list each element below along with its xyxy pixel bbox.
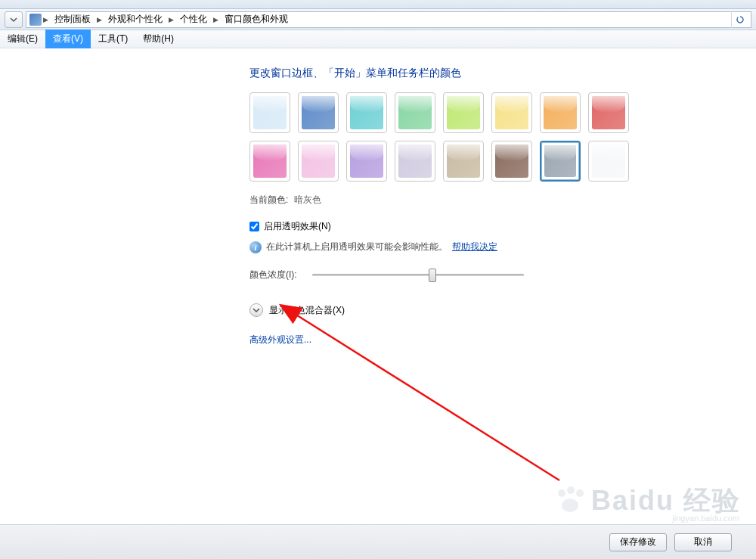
main-content: 更改窗口边框、「开始」菜单和任务栏的颜色 当前颜色: 暗灰色 启用透明效果(N)… [0, 48, 756, 510]
menu-tools[interactable]: 工具(T) [91, 30, 135, 48]
info-text: 在此计算机上启用透明效果可能会影响性能。 [266, 241, 448, 253]
footer: 保存修改 取消 [0, 524, 756, 559]
slider-track [312, 274, 524, 276]
swatch-brown[interactable] [491, 141, 532, 182]
swatch-pink[interactable] [298, 141, 339, 182]
current-color-row: 当前颜色: 暗灰色 [249, 194, 756, 207]
save-button[interactable]: 保存修改 [609, 533, 667, 551]
chevron-right-icon: ▶ [97, 16, 102, 23]
intensity-label: 颜色浓度(I): [249, 269, 297, 281]
nav-back-dropdown[interactable] [5, 11, 23, 28]
menu-edit[interactable]: 编辑(E) [0, 30, 45, 48]
swatch-purple[interactable] [346, 141, 387, 182]
transparency-row: 启用透明效果(N) [249, 220, 756, 233]
refresh-button[interactable] [731, 11, 748, 28]
swatch-orange[interactable] [540, 92, 581, 133]
transparency-label[interactable]: 启用透明效果(N) [264, 220, 331, 233]
intensity-row: 颜色浓度(I): [249, 267, 756, 282]
address-bar: ▶ 控制面板 ▶ 外观和个性化 ▶ 个性化 ▶ 窗口颜色和外观 [0, 9, 756, 30]
swatch-lime[interactable] [443, 92, 484, 133]
swatch-magenta[interactable] [249, 141, 290, 182]
help-me-decide-link[interactable]: 帮助我决定 [452, 241, 497, 253]
dropdown-icon [10, 16, 17, 23]
breadcrumb-item-control-panel[interactable]: 控制面板 [50, 13, 95, 26]
page-title: 更改窗口边框、「开始」菜单和任务栏的颜色 [249, 67, 756, 80]
breadcrumb: ▶ 控制面板 ▶ 外观和个性化 ▶ 个性化 ▶ 窗口颜色和外观 [26, 11, 751, 28]
swatch-blue[interactable] [298, 92, 339, 133]
titlebar-top [0, 0, 756, 9]
swatch-green[interactable] [395, 92, 435, 133]
breadcrumb-item-appearance[interactable]: 外观和个性化 [104, 13, 167, 26]
current-color-label: 当前颜色: [249, 194, 288, 205]
color-swatches [249, 92, 756, 182]
swatch-lavender[interactable] [395, 141, 435, 182]
info-row: i 在此计算机上启用透明效果可能会影响性能。 帮助我决定 [249, 241, 756, 253]
breadcrumb-item-window-color[interactable]: 窗口颜色和外观 [220, 13, 293, 26]
info-icon: i [249, 241, 262, 253]
slider-thumb[interactable] [429, 269, 436, 282]
advanced-appearance-link[interactable]: 高级外观设置... [249, 334, 311, 346]
color-mixer-expander[interactable]: 显示颜色混合器(X) [249, 303, 756, 317]
chevron-right-icon: ▶ [213, 16, 218, 23]
breadcrumb-item-personalization[interactable]: 个性化 [175, 13, 212, 26]
swatch-teal[interactable] [346, 92, 387, 133]
swatch-red[interactable] [588, 92, 629, 133]
refresh-icon [736, 15, 745, 24]
chevron-right-icon: ▶ [169, 16, 174, 23]
swatch-yellow[interactable] [491, 92, 532, 133]
expander-label: 显示颜色混合器(X) [269, 304, 345, 317]
menu-bar: 编辑(E) 查看(V) 工具(T) 帮助(H) [0, 30, 756, 48]
swatch-slate[interactable] [540, 141, 581, 182]
swatch-sky[interactable] [249, 92, 290, 133]
chevron-right-icon: ▶ [43, 16, 48, 23]
chevron-down-icon [249, 303, 263, 317]
menu-help[interactable]: 帮助(H) [135, 30, 181, 48]
current-color-value: 暗灰色 [294, 194, 321, 205]
transparency-checkbox[interactable] [249, 222, 259, 231]
menu-view[interactable]: 查看(V) [45, 30, 91, 48]
swatch-taupe[interactable] [443, 141, 484, 182]
watermark-url: jingyan.baidu.com [672, 514, 739, 523]
control-panel-icon [29, 14, 42, 26]
cancel-button[interactable]: 取消 [674, 533, 732, 551]
swatch-frost[interactable] [588, 141, 629, 182]
paw-icon [555, 489, 585, 520]
intensity-slider[interactable] [312, 267, 524, 282]
